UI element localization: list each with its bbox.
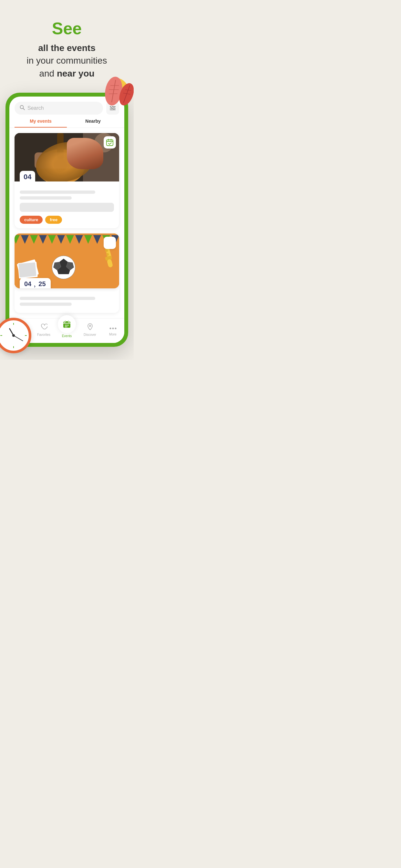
calendar-add-icon[interactable] <box>104 237 116 249</box>
subtitle-line3-prefix: and <box>39 68 57 79</box>
calendar-check-icon[interactable] <box>104 136 116 149</box>
search-bar[interactable]: Search <box>14 102 103 115</box>
heart-icon <box>40 323 48 332</box>
festival-title-placeholder <box>20 297 95 300</box>
clock-center-dot <box>12 334 15 337</box>
subtitle-line3-bold: near you <box>57 68 95 79</box>
nav-item-discover[interactable]: Discover <box>81 323 99 337</box>
event-date-badge-1: 04 apr. <box>20 171 35 182</box>
headline-subtitle: all the events in your communities and n… <box>13 42 121 80</box>
events-circle <box>58 315 76 333</box>
subtitle-line2: in your communities <box>27 56 107 66</box>
clock-face <box>0 318 31 353</box>
svg-point-24 <box>42 151 78 177</box>
nav-item-events[interactable]: Events <box>58 321 76 338</box>
more-icon <box>110 323 117 332</box>
date-start-day: 04 <box>24 281 31 287</box>
event-date-month-1: apr. <box>24 181 31 182</box>
phone-frame: Search My eve <box>5 93 128 347</box>
events-container: 04 apr. <box>9 128 124 318</box>
svg-point-25 <box>54 159 67 172</box>
clock-tick-12 <box>13 323 14 325</box>
date-end-day: 25 <box>38 281 46 287</box>
leaves-decoration <box>93 75 131 107</box>
nav-label-more: More <box>109 333 117 336</box>
search-placeholder: Search <box>27 105 44 111</box>
svg-point-82 <box>110 328 111 329</box>
festival-info <box>14 288 119 313</box>
event-card-1[interactable]: 04 apr. <box>14 133 119 228</box>
svg-rect-30 <box>106 140 113 146</box>
headline-see: See <box>13 20 121 38</box>
svg-point-23 <box>36 149 85 182</box>
nav-label-favorites: Favorites <box>37 333 50 337</box>
svg-point-84 <box>115 328 116 329</box>
subtitle-line1: all the events <box>38 43 95 53</box>
event-card-2[interactable]: 04 apr. › 25 may. <box>14 234 119 313</box>
date-arrow: › <box>34 283 35 288</box>
event-image-1: 04 apr. <box>14 133 119 182</box>
svg-point-83 <box>112 328 114 329</box>
svg-line-14 <box>23 108 25 110</box>
tab-nearby[interactable]: Nearby <box>67 119 119 128</box>
svg-rect-50 <box>19 262 36 277</box>
tab-my-events[interactable]: My events <box>14 119 67 128</box>
svg-point-78 <box>68 324 69 326</box>
event-date-range-badge: 04 apr. › 25 may. <box>20 278 51 288</box>
nav-label-events: Events <box>62 334 72 338</box>
svg-point-77 <box>66 324 67 326</box>
tag-culture[interactable]: culture <box>20 216 42 224</box>
nav-item-more[interactable]: More <box>104 323 122 336</box>
date-start-month: apr. <box>24 287 31 288</box>
event-subtitle-placeholder <box>20 196 72 199</box>
clock-minute-hand <box>13 335 23 341</box>
date-start: 04 apr. <box>24 281 31 288</box>
event-tags: culture free <box>20 216 114 224</box>
location-icon <box>87 323 94 332</box>
phone-screen: Search My eve <box>9 97 124 343</box>
event-date-day-1: 04 <box>24 174 31 181</box>
date-end: 25 may. <box>38 281 46 288</box>
clock-tick-9 <box>0 335 2 336</box>
date-end-month: may. <box>38 287 46 288</box>
phone-wrapper: Search My eve <box>5 93 128 347</box>
event-desc-placeholder <box>20 203 114 212</box>
festival-subtitle-placeholder <box>20 303 72 306</box>
svg-point-76 <box>65 324 66 326</box>
nav-label-discover: Discover <box>84 333 96 337</box>
festival-image-container: 04 apr. › 25 may. <box>14 234 119 288</box>
page-wrapper: See all the events in your communities a… <box>0 0 134 347</box>
svg-point-79 <box>65 326 66 327</box>
clock-tick-3 <box>25 335 27 336</box>
search-icon <box>20 105 25 112</box>
nav-item-favorites[interactable]: Favorites <box>35 323 53 337</box>
event-info-1: culture free <box>14 182 119 228</box>
event-title-placeholder <box>20 190 95 194</box>
svg-rect-26 <box>57 133 64 159</box>
clock-decoration <box>0 318 35 356</box>
svg-point-80 <box>66 326 67 327</box>
clock-tick-6 <box>13 346 14 348</box>
tabs: My events Nearby <box>9 115 124 128</box>
svg-point-81 <box>89 325 91 327</box>
tag-free[interactable]: free <box>45 216 62 224</box>
svg-rect-27 <box>35 152 73 168</box>
